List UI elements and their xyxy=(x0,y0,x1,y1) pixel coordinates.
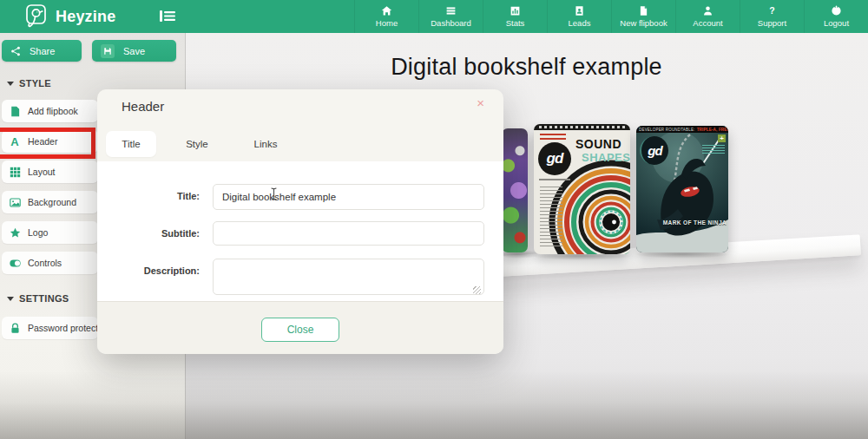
flipbook-heading: Digital bookshelf example xyxy=(185,54,868,81)
svg-text:?: ? xyxy=(769,5,774,16)
add-flipbook-icon xyxy=(9,105,21,117)
top-navigation: Home Dashboard Stats Leads New flipbook … xyxy=(354,0,868,33)
sidebar-item-password-protect[interactable]: Password protect xyxy=(2,317,98,339)
brand-name: Heyzine xyxy=(56,8,115,26)
nav-leads[interactable]: Leads xyxy=(547,0,611,33)
layout-grid-icon xyxy=(9,166,21,178)
nav-home[interactable]: Home xyxy=(354,0,418,33)
tab-title[interactable]: Title xyxy=(106,131,156,157)
sidebar-item-controls[interactable]: Controls xyxy=(2,252,98,274)
title-input[interactable] xyxy=(213,184,484,210)
header-modal: Header × Title Style Links Title: Subtit… xyxy=(97,89,503,354)
nav-dashboard[interactable]: Dashboard xyxy=(418,0,483,33)
home-icon xyxy=(381,5,392,16)
tab-style[interactable]: Style xyxy=(172,131,222,157)
cover-fine-print xyxy=(540,187,562,247)
description-textarea[interactable] xyxy=(213,259,484,295)
close-icon[interactable]: × xyxy=(477,96,484,109)
flipbook-cover-hidden[interactable] xyxy=(502,128,528,252)
share-label: Share xyxy=(30,46,55,56)
subtitle-field-label: Subtitle: xyxy=(108,228,200,239)
sidebar-item-add-flipbook[interactable]: Add flipbook xyxy=(2,100,98,122)
lock-icon xyxy=(9,322,21,334)
cover-red-text-lines xyxy=(540,134,566,141)
cover-title-shapes: SHAPES xyxy=(582,151,630,164)
stats-icon xyxy=(510,5,521,16)
heyzine-logo-icon xyxy=(24,3,49,29)
tab-links[interactable]: Links xyxy=(240,131,291,157)
gd-logo-badge: gd xyxy=(640,136,668,165)
leads-icon xyxy=(574,5,585,16)
modal-footer: Close xyxy=(97,301,503,354)
settings-section-header[interactable]: SETTINGS xyxy=(7,293,69,304)
nav-stats[interactable]: Stats xyxy=(483,0,547,33)
cover-top-strip: DEVELOPER ROUNDTABLE: TRIPLE-A, FREE-TO-… xyxy=(636,126,728,133)
style-items: Add flipbook A Header Layout Background xyxy=(2,100,98,274)
nav-new-flipbook[interactable]: New flipbook xyxy=(611,0,675,33)
share-button[interactable]: Share xyxy=(2,40,82,62)
modal-close-button[interactable]: Close xyxy=(261,318,339,342)
nav-logout[interactable]: Logout xyxy=(804,0,868,33)
nav-account[interactable]: Account xyxy=(675,0,740,33)
sidebar-item-header[interactable]: A Header xyxy=(2,130,98,153)
sidebar-item-background[interactable]: Background xyxy=(2,191,98,213)
save-label: Save xyxy=(123,46,145,56)
save-button[interactable]: Save xyxy=(92,40,176,62)
toggle-icon xyxy=(9,257,21,269)
topbar: Heyzine Home Dashboard Stats xyxy=(0,0,868,33)
cover-top-strip xyxy=(534,124,630,130)
nav-support[interactable]: ? Support xyxy=(740,0,804,33)
support-icon: ? xyxy=(766,5,778,16)
dashboard-icon xyxy=(445,5,457,16)
flipbook-cover-mark-of-the-ninja[interactable]: DEVELOPER ROUNDTABLE: TRIPLE-A, FREE-TO-… xyxy=(636,126,728,252)
app-window: Heyzine Home Dashboard Stats xyxy=(0,0,868,439)
title-field-label: Title: xyxy=(108,191,200,201)
cover-title-sound: SOUND xyxy=(575,137,621,151)
gd-logo-badge: gd xyxy=(538,142,571,175)
new-flipbook-icon xyxy=(638,5,649,16)
caret-down-icon xyxy=(7,297,14,301)
cover-teal-text-lines xyxy=(702,145,725,155)
save-icon xyxy=(101,44,115,58)
account-icon xyxy=(702,5,713,16)
flipbook-cover-sound-shapes[interactable]: gd SOUND SHAPES xyxy=(534,124,630,254)
sidebar-item-layout[interactable]: Layout xyxy=(2,161,98,183)
style-section-header[interactable]: STYLE xyxy=(7,78,51,88)
sidebar-item-logo[interactable]: Logo xyxy=(2,221,98,244)
logout-icon xyxy=(831,5,842,16)
background-image-icon xyxy=(9,196,21,208)
cover-rule-line xyxy=(539,179,570,180)
share-icon xyxy=(10,46,21,56)
sidebar-toggle-icon[interactable] xyxy=(160,10,175,23)
settings-items: Password protect xyxy=(2,317,98,339)
cover-title-ninja: MARK OF THE NINJA xyxy=(662,220,727,226)
description-field-label: Description: xyxy=(108,265,200,276)
header-icon: A xyxy=(9,135,21,147)
caret-down-icon xyxy=(7,82,14,86)
subtitle-input[interactable] xyxy=(213,221,484,246)
plus-badge: + xyxy=(718,134,726,142)
modal-title: Header xyxy=(122,99,164,114)
star-icon xyxy=(9,226,21,239)
brand[interactable]: Heyzine xyxy=(24,3,115,29)
